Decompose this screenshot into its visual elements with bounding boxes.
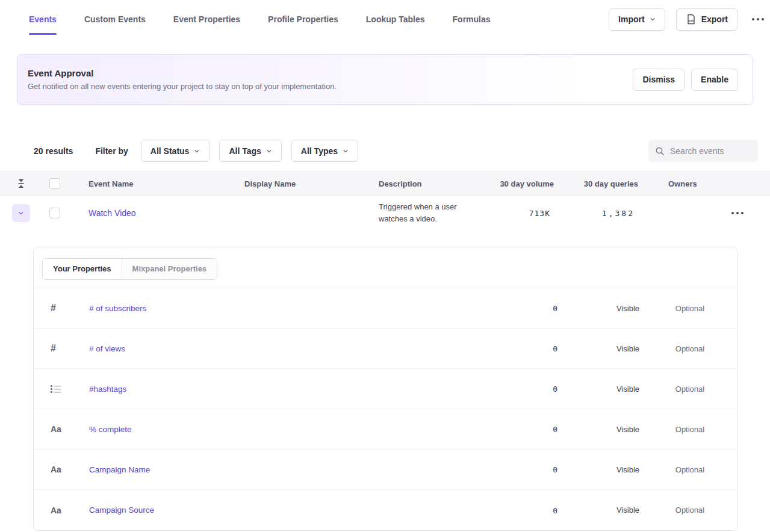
chevron-down-icon	[343, 148, 349, 154]
property-name-link[interactable]: # of views	[89, 344, 125, 353]
nav-tab-profile-properties[interactable]: Profile Properties	[268, 0, 338, 39]
banner-title: Event Approval	[28, 69, 337, 78]
search-input[interactable]	[670, 146, 751, 156]
export-button[interactable]: csv Export	[676, 8, 737, 31]
chevron-down-icon	[194, 148, 200, 154]
properties-panel: Your Properties Mixpanel Properties # of…	[33, 247, 737, 531]
properties-tabbar: Your Properties Mixpanel Properties	[34, 247, 737, 288]
property-value: 0	[553, 344, 562, 353]
property-name-link[interactable]: Campaign Name	[89, 465, 150, 474]
property-value: 0	[553, 465, 562, 474]
property-row: #hashtags 0 Visible Optional	[34, 369, 737, 409]
import-button[interactable]: Import	[609, 8, 665, 31]
export-button-label: Export	[701, 14, 728, 24]
property-name-link[interactable]: % complete	[89, 425, 132, 434]
select-all-checkbox[interactable]	[49, 178, 60, 189]
enable-button[interactable]: Enable	[691, 69, 738, 91]
property-value: 0	[553, 385, 562, 394]
nav-tab-events[interactable]: Events	[29, 0, 57, 39]
property-value: 0	[553, 506, 562, 515]
property-requirement: Optional	[643, 385, 737, 394]
text-type-icon	[51, 505, 61, 516]
column-30-day-queries: 30 day queries	[554, 179, 638, 188]
column-event-name: Event Name	[88, 179, 244, 188]
more-options-icon	[752, 18, 754, 20]
events-table-header: Event Name Display Name Description 30 d…	[0, 172, 770, 196]
column-description: Description	[379, 179, 499, 188]
search-icon	[655, 146, 665, 156]
property-requirement: Optional	[643, 465, 737, 474]
property-requirement: Optional	[643, 506, 737, 515]
property-name-link[interactable]: #hashtags	[89, 385, 126, 394]
import-button-label: Import	[618, 14, 645, 24]
svg-text:csv: csv	[688, 19, 694, 22]
more-options-button[interactable]	[748, 8, 758, 31]
row-checkbox[interactable]	[49, 208, 60, 218]
chevron-down-icon	[266, 148, 272, 154]
event-name-link[interactable]: Watch Video	[88, 208, 136, 218]
chevron-down-icon	[18, 210, 24, 216]
filter-dropdowns: All Status All Tags All Types	[141, 140, 358, 162]
property-requirement: Optional	[643, 425, 737, 434]
top-nav: Events Custom Events Event Properties Pr…	[0, 0, 770, 39]
tags-filter-label: All Tags	[229, 146, 261, 156]
row-more-options-icon[interactable]	[731, 212, 734, 214]
nav-tab-custom-events[interactable]: Custom Events	[84, 0, 146, 39]
property-value: 0	[553, 304, 562, 313]
column-owners: Owners	[638, 179, 731, 188]
tab-mixpanel-properties[interactable]: Mixpanel Properties	[122, 259, 217, 279]
tab-your-properties[interactable]: Your Properties	[43, 259, 122, 279]
property-visibility: Visible	[562, 506, 643, 515]
nav-actions: Import csv Export	[609, 0, 758, 39]
tags-filter-dropdown[interactable]: All Tags	[219, 140, 281, 162]
event-description-line1: Triggered when a user	[379, 201, 499, 213]
dismiss-button[interactable]: Dismiss	[633, 69, 685, 91]
property-name-link[interactable]: # of subscribers	[89, 304, 146, 313]
filter-by-label: Filter by	[95, 146, 128, 156]
property-row: Campaign Name 0 Visible Optional	[34, 450, 737, 490]
property-visibility: Visible	[562, 385, 643, 394]
event-queries: 1,382	[602, 209, 638, 218]
property-visibility: Visible	[562, 425, 643, 434]
property-requirement: Optional	[643, 304, 737, 313]
number-type-icon	[51, 303, 56, 314]
banner-text: Event Approval Get notified on all new e…	[28, 69, 337, 90]
status-filter-dropdown[interactable]: All Status	[141, 140, 210, 162]
csv-file-icon: csv	[686, 14, 697, 25]
nav-tab-lookup-tables[interactable]: Lookup Tables	[366, 0, 425, 39]
list-type-icon	[51, 385, 61, 393]
types-filter-dropdown[interactable]: All Types	[291, 140, 358, 162]
property-value: 0	[553, 425, 562, 434]
property-row: # of subscribers 0 Visible Optional	[34, 288, 737, 329]
event-description-line2: watches a video.	[379, 213, 499, 225]
chevron-down-icon	[650, 16, 656, 22]
nav-tab-formulas[interactable]: Formulas	[453, 0, 491, 39]
property-visibility: Visible	[562, 304, 643, 313]
event-approval-banner: Event Approval Get notified on all new e…	[17, 54, 753, 105]
collapse-all-icon[interactable]	[17, 179, 25, 188]
property-row: Campaign Source 0 Visible Optional	[34, 490, 737, 530]
property-requirement: Optional	[643, 344, 737, 353]
status-filter-label: All Status	[151, 146, 190, 156]
event-volume: 713K	[529, 209, 554, 218]
property-row: # of views 0 Visible Optional	[34, 329, 737, 369]
property-name-link[interactable]: Campaign Source	[89, 506, 154, 515]
results-count: 20 results	[34, 146, 73, 156]
text-type-icon	[51, 424, 61, 435]
text-type-icon	[51, 464, 61, 475]
banner-description: Get notified on all new events entering …	[28, 82, 337, 90]
nav-tab-event-properties[interactable]: Event Properties	[173, 0, 240, 39]
event-row: Watch Video Triggered when a user watche…	[0, 196, 770, 230]
properties-tab-group: Your Properties Mixpanel Properties	[42, 258, 217, 280]
types-filter-label: All Types	[301, 146, 338, 156]
collapse-row-button[interactable]	[12, 204, 30, 222]
property-visibility: Visible	[562, 344, 643, 353]
number-type-icon	[51, 343, 56, 354]
banner-actions: Dismiss Enable	[633, 69, 738, 91]
filter-bar: 20 results Filter by All Status All Tags…	[0, 140, 770, 162]
column-30-day-volume: 30 day volume	[499, 179, 554, 188]
property-row: % complete 0 Visible Optional	[34, 409, 737, 450]
column-display-name: Display Name	[244, 179, 379, 188]
property-visibility: Visible	[562, 465, 643, 474]
nav-tabs: Events Custom Events Event Properties Pr…	[29, 0, 491, 39]
